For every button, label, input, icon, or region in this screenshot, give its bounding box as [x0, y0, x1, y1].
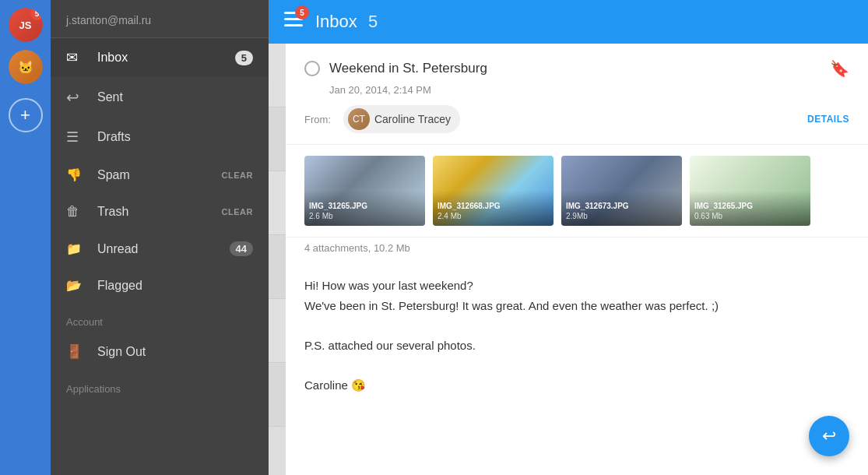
sent-icon: ↩: [66, 88, 88, 107]
unread-badge: 44: [230, 241, 253, 256]
sidebar-label-trash: Trash: [97, 205, 222, 219]
sidebar-item-spam[interactable]: 👎 Spam CLEAR: [51, 157, 269, 193]
from-row: From: CT Caroline Tracey DETAILS: [304, 105, 849, 133]
svg-rect-2: [284, 24, 303, 26]
sidebar-label-drafts: Drafts: [97, 130, 253, 144]
reply-icon: ↩: [822, 426, 836, 446]
inbox-badge: 5: [235, 51, 253, 65]
email-list-sliver: [269, 44, 286, 475]
attachment-2[interactable]: IMG_312668.JPG 2.4 Mb: [433, 156, 553, 226]
attachments-summary: 4 attachments, 10.2 Mb: [286, 238, 868, 262]
avatar-1[interactable]: JS 5: [9, 8, 43, 42]
avatar-column: JS 5 🐱 +: [0, 0, 51, 475]
sender-chip[interactable]: CT Caroline Tracey: [343, 105, 460, 133]
applications-section-label: Applications: [51, 371, 269, 399]
sidebar-label-unread: Unread: [97, 242, 230, 256]
menu-badge: 5: [295, 5, 309, 19]
sidebar-item-drafts[interactable]: ☰ Drafts: [51, 118, 269, 157]
sidebar-label-flagged: Flagged: [97, 279, 253, 293]
attachment-filename-3: IMG_312673.JPG: [566, 201, 629, 211]
list-item-sliver-5[interactable]: [269, 299, 286, 363]
sidebar-item-unread[interactable]: 📁 Unread 44: [51, 230, 269, 267]
body-line-1: Hi! How was your last weekend?: [304, 276, 849, 296]
attachment-size-2: 2.4 Mb: [438, 211, 501, 221]
sidebar-item-inbox[interactable]: ✉ Inbox 5: [51, 38, 269, 77]
attachment-1[interactable]: IMG_31265.JPG 2.6 Mb: [304, 156, 425, 226]
list-item-sliver-3[interactable]: [269, 171, 286, 235]
sidebar-label-signout: Sign Out: [97, 345, 253, 359]
email-detail: Weekend in St. Petersburg 🔖 Jan 20, 2014…: [286, 44, 868, 475]
sidebar-label-sent: Sent: [97, 90, 253, 104]
bookmark-icon[interactable]: 🔖: [830, 59, 849, 78]
attachment-filename-2: IMG_312668.JPG: [438, 201, 501, 211]
spam-clear-button[interactable]: CLEAR: [222, 171, 253, 180]
topbar-title: Inbox: [315, 12, 357, 32]
inbox-icon: ✉: [66, 49, 88, 66]
body-signature: Caroline 😘: [304, 375, 849, 396]
trash-clear-button[interactable]: CLEAR: [222, 207, 253, 216]
email-header: Weekend in St. Petersburg 🔖 Jan 20, 2014…: [286, 44, 868, 145]
email-body: Hi! How was your last weekend? We've bee…: [286, 262, 868, 426]
avatar-2[interactable]: 🐱: [9, 50, 43, 84]
list-item-sliver-2[interactable]: [269, 107, 286, 171]
sidebar-item-trash[interactable]: 🗑 Trash CLEAR: [51, 193, 269, 230]
details-button[interactable]: DETAILS: [807, 114, 849, 125]
user-email: j.stanton@mail.ru: [51, 0, 269, 38]
email-area: Weekend in St. Petersburg 🔖 Jan 20, 2014…: [269, 44, 868, 475]
body-line-4: P.S. attached our several photos.: [304, 336, 849, 356]
email-subject: Weekend in St. Petersburg: [329, 61, 487, 76]
signout-icon: 🚪: [66, 343, 88, 360]
list-item-sliver-4[interactable]: [269, 235, 286, 299]
attachment-size-1: 2.6 Mb: [309, 211, 367, 221]
sender-name: Caroline Tracey: [374, 113, 451, 125]
from-label: From:: [304, 114, 331, 125]
account-section-label: Account: [51, 304, 269, 332]
attachment-filename-4: IMG_31265.JPG: [694, 201, 753, 211]
attachment-size-4: 0.63 Mb: [694, 211, 753, 221]
list-item-sliver-1[interactable]: [269, 44, 286, 107]
trash-icon: 🗑: [66, 204, 88, 220]
main-content: 5 Inbox 5 Weekend in St. Petersburg: [269, 0, 868, 475]
avatar-badge-1: 5: [30, 8, 43, 20]
reply-fab-button[interactable]: ↩: [809, 416, 849, 456]
body-line-2: We've been in St. Petersburg! It was gre…: [304, 296, 849, 316]
drafts-icon: ☰: [66, 128, 88, 146]
add-account-button[interactable]: +: [9, 98, 43, 132]
sender-avatar: CT: [348, 108, 370, 130]
spam-icon: 👎: [66, 167, 88, 182]
attachment-3[interactable]: IMG_312673.JPG 2.9Mb: [561, 156, 682, 226]
subject-row: Weekend in St. Petersburg 🔖: [304, 59, 849, 78]
attachment-4[interactable]: IMG_31265.JPG 0.63 Mb: [690, 156, 810, 226]
flagged-icon: 📂: [66, 278, 88, 293]
list-item-sliver-6[interactable]: [269, 363, 286, 427]
sidebar-item-flagged[interactable]: 📂 Flagged: [51, 267, 269, 304]
menu-button[interactable]: 5: [284, 12, 303, 32]
sidebar-label-spam: Spam: [97, 168, 222, 182]
unread-icon: 📁: [66, 241, 88, 256]
topbar: 5 Inbox 5: [269, 0, 868, 44]
email-date: Jan 20, 2014, 2:14 PM: [329, 84, 849, 96]
read-status-circle[interactable]: [304, 61, 320, 76]
sidebar-item-signout[interactable]: 🚪 Sign Out: [51, 332, 269, 371]
sidebar-label-inbox: Inbox: [97, 51, 235, 65]
attachment-filename-1: IMG_31265.JPG: [309, 201, 367, 211]
attachment-size-3: 2.9Mb: [566, 211, 629, 221]
sidebar: j.stanton@mail.ru ✉ Inbox 5 ↩ Sent ☰ Dra…: [51, 0, 269, 475]
sidebar-item-sent[interactable]: ↩ Sent: [51, 77, 269, 118]
attachments-row: IMG_31265.JPG 2.6 Mb IMG_312668.JPG 2.4 …: [286, 145, 868, 238]
topbar-count: 5: [364, 12, 378, 32]
